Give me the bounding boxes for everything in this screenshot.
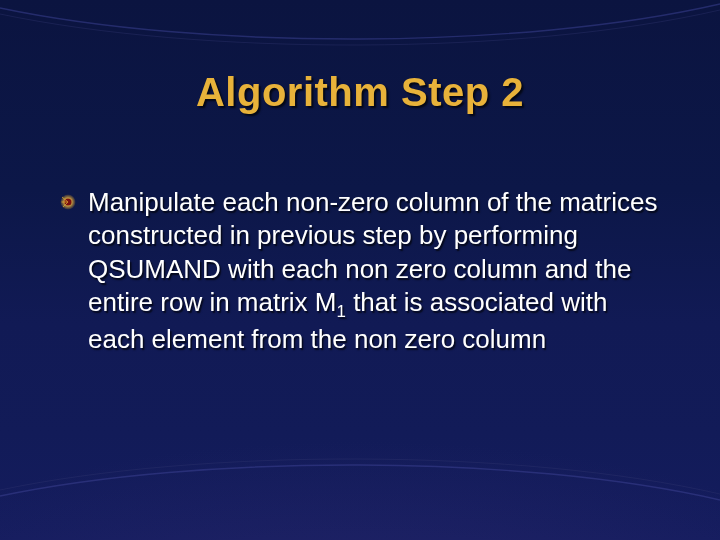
bullet-text: Manipulate each non-zero column of the m… — [88, 186, 660, 356]
bullet-item: Manipulate each non-zero column of the m… — [60, 186, 660, 356]
slide-body: Manipulate each non-zero column of the m… — [60, 186, 660, 356]
slide-title: Algorithm Step 2 — [0, 70, 720, 115]
decorative-arc-bottom — [0, 444, 720, 504]
decorative-arc-top — [0, 0, 720, 60]
comet-bullet-icon — [60, 194, 76, 210]
